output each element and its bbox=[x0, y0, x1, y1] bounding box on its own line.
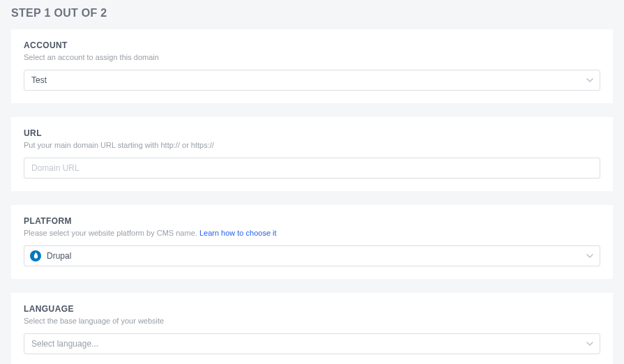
account-card: ACCOUNT Select an account to assign this… bbox=[11, 29, 613, 103]
language-description: Select the base language of your website bbox=[24, 317, 600, 325]
url-label: URL bbox=[24, 128, 600, 138]
language-select-placeholder: Select language... bbox=[31, 339, 98, 349]
platform-description: Please select your website platform by C… bbox=[24, 229, 600, 237]
language-card: LANGUAGE Select the base language of you… bbox=[11, 293, 613, 364]
account-label: ACCOUNT bbox=[24, 40, 600, 50]
platform-learn-link[interactable]: Learn how to choose it bbox=[199, 229, 277, 237]
account-select-value: Test bbox=[31, 75, 47, 85]
language-label: LANGUAGE bbox=[24, 304, 600, 314]
platform-select-value: Drupal bbox=[47, 251, 71, 261]
drupal-icon bbox=[30, 250, 41, 261]
account-description: Select an account to assign this domain bbox=[24, 53, 600, 61]
platform-label: PLATFORM bbox=[24, 216, 600, 226]
language-select[interactable]: Select language... bbox=[24, 333, 600, 354]
platform-description-text: Please select your website platform by C… bbox=[24, 229, 199, 237]
url-card: URL Put your main domain URL starting wi… bbox=[11, 117, 613, 191]
platform-select[interactable]: Drupal bbox=[24, 245, 600, 266]
page-title: STEP 1 OUT OF 2 bbox=[0, 0, 624, 29]
platform-card: PLATFORM Please select your website plat… bbox=[11, 205, 613, 279]
account-select[interactable]: Test bbox=[24, 70, 600, 91]
url-description: Put your main domain URL starting with h… bbox=[24, 141, 600, 149]
url-input[interactable] bbox=[24, 158, 600, 179]
